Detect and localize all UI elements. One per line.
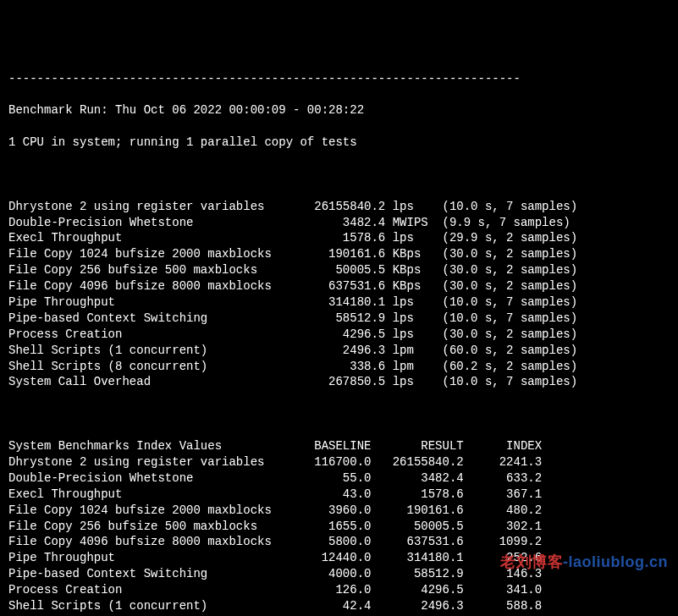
result-row: Shell Scripts (8 concurrent) 338.6 lpm (… (8, 359, 670, 375)
index-row: File Copy 4096 bufsize 8000 maxblocks 58… (8, 534, 670, 550)
index-row: Process Creation 126.0 4296.5 341.0 (8, 582, 670, 598)
index-row: Dhrystone 2 using register variables 116… (8, 454, 670, 470)
index-row: Double-Precision Whetstone 55.0 3482.4 6… (8, 470, 670, 487)
cpu-info-line: 1 CPU in system; running 1 parallel copy… (8, 135, 670, 151)
blank-line (8, 406, 670, 422)
result-row: File Copy 256 bufsize 500 maxblocks 5000… (8, 262, 670, 278)
index-row: Pipe Throughput 12440.0 314180.1 252.6 (8, 550, 670, 566)
benchmark-run-line: Benchmark Run: Thu Oct 06 2022 00:00:09 … (8, 102, 670, 118)
divider-top: ----------------------------------------… (8, 71, 670, 87)
index-row: File Copy 256 bufsize 500 maxblocks 1655… (8, 519, 670, 535)
result-row: Execl Throughput 1578.6 lps (29.9 s, 2 s… (8, 230, 670, 246)
blank-line (8, 167, 670, 183)
result-row: Double-Precision Whetstone 3482.4 MWIPS … (8, 215, 670, 231)
result-row: Shell Scripts (1 concurrent) 2496.3 lpm … (8, 343, 670, 359)
result-row: Dhrystone 2 using register variables 261… (8, 199, 670, 215)
result-row: System Call Overhead 267850.5 lps (10.0 … (8, 374, 670, 390)
result-row: File Copy 1024 bufsize 2000 maxblocks 19… (8, 246, 670, 262)
index-row: Execl Throughput 43.0 1578.6 367.1 (8, 487, 670, 503)
index-header: System Benchmarks Index Values BASELINE … (8, 438, 670, 454)
index-block: System Benchmarks Index Values BASELINE … (8, 438, 670, 616)
result-row: Pipe-based Context Switching 58512.9 lps… (8, 311, 670, 327)
index-row: Pipe-based Context Switching 4000.0 5851… (8, 566, 670, 582)
result-row: File Copy 4096 bufsize 8000 maxblocks 63… (8, 278, 670, 294)
results-block: Dhrystone 2 using register variables 261… (8, 199, 670, 391)
index-row: File Copy 1024 bufsize 2000 maxblocks 39… (8, 503, 670, 519)
result-row: Pipe Throughput 314180.1 lps (10.0 s, 7 … (8, 294, 670, 311)
result-row: Process Creation 4296.5 lps (30.0 s, 2 s… (8, 327, 670, 343)
index-row: Shell Scripts (1 concurrent) 42.4 2496.3… (8, 598, 670, 614)
